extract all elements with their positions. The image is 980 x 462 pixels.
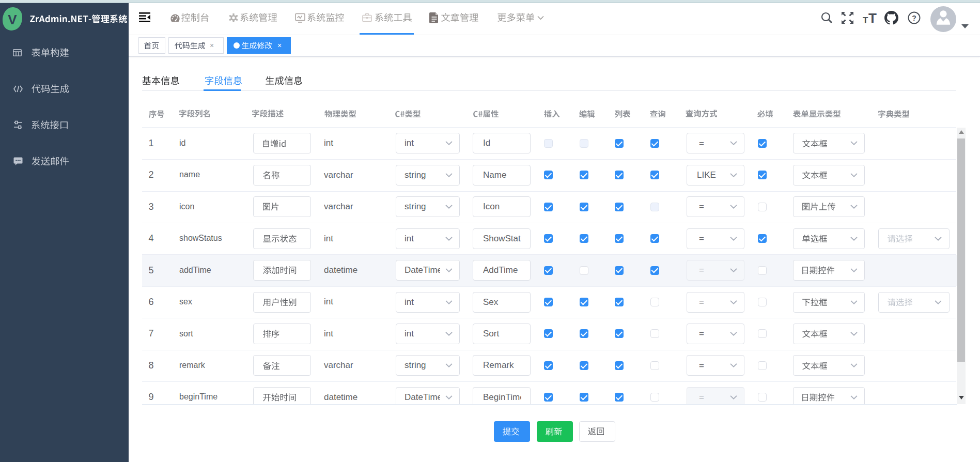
svg-text:?: ? <box>912 14 916 22</box>
svg-text:V: V <box>8 12 17 27</box>
